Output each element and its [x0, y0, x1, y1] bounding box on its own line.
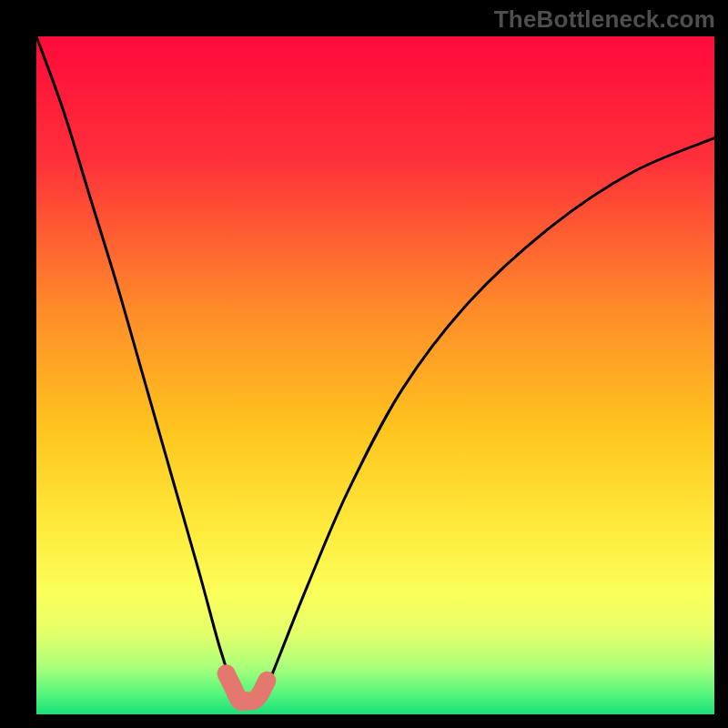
gradient-background	[36, 36, 714, 714]
chart-frame: TheBottleneck.com	[0, 0, 728, 728]
bottleneck-chart	[36, 36, 714, 714]
watermark-text: TheBottleneck.com	[494, 5, 715, 34]
plot-area	[36, 36, 714, 714]
